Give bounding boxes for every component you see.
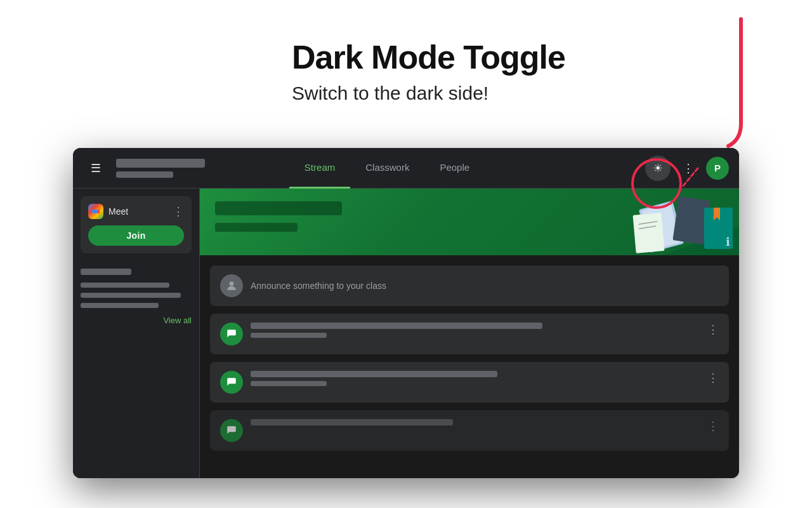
app-header: ☰ Stream Classwork People ☀ ⋮ [73, 148, 739, 189]
tab-classwork[interactable]: Classwork [350, 148, 424, 189]
sidebar: Meet ⋮ Join View all [73, 189, 200, 478]
post-more-icon-3[interactable]: ⋮ [707, 419, 719, 433]
menu-button[interactable]: ☰ [83, 156, 108, 181]
main-content: ℹ Announce something to your class [200, 189, 739, 478]
post-card-2: ⋮ [210, 362, 729, 403]
tab-stream[interactable]: Stream [289, 148, 350, 189]
banner-info-icon[interactable]: ℹ [726, 235, 730, 249]
post-subtitle-1 [251, 333, 327, 338]
app-window: ☰ Stream Classwork People ☀ ⋮ [73, 148, 739, 478]
annotation-title: Dark Mode Toggle [292, 38, 565, 76]
main-tabs: Stream Classwork People [289, 148, 485, 189]
post-title-3 [251, 419, 453, 425]
post-subtitle-2 [251, 381, 327, 386]
post-icon-3 [220, 419, 243, 442]
join-button[interactable]: Join [88, 225, 184, 246]
header-actions: ☀ ⋮ P [645, 156, 729, 181]
post-content-2 [251, 371, 700, 386]
more-vert-icon: ⋮ [683, 161, 694, 175]
view-all-link[interactable]: View all [81, 316, 192, 325]
user-avatar-small [220, 274, 243, 297]
post-more-icon-2[interactable]: ⋮ [707, 371, 719, 385]
sidebar-upcoming-section: View all [81, 264, 192, 330]
app-body: Meet ⋮ Join View all [73, 189, 739, 478]
announce-card[interactable]: Announce something to your class [210, 265, 729, 306]
svg-marker-3 [97, 209, 100, 214]
hamburger-icon: ☰ [91, 161, 101, 175]
meet-card: Meet ⋮ Join [81, 196, 192, 253]
annotation-subtitle: Switch to the dark side! [292, 83, 488, 104]
stream-area: Announce something to your class ⋮ [200, 255, 739, 461]
post-card-1: ⋮ [210, 314, 729, 354]
post-icon-2 [220, 371, 243, 394]
announce-placeholder: Announce something to your class [251, 281, 386, 291]
sidebar-items-list [81, 283, 192, 308]
course-title [116, 159, 205, 168]
post-title-1 [251, 323, 542, 329]
sidebar-item [81, 293, 181, 298]
post-content-1 [251, 323, 700, 338]
meet-icon [88, 204, 103, 219]
post-content-3 [251, 419, 700, 425]
post-title-2 [251, 371, 497, 377]
sidebar-item [81, 303, 159, 308]
banner-illustration [536, 189, 739, 255]
meet-title-row: Meet [88, 204, 128, 219]
sidebar-item [81, 283, 169, 288]
settings-button[interactable]: ⋮ [676, 156, 701, 181]
post-card-3: ⋮ [210, 410, 729, 451]
banner-class-title [215, 201, 342, 215]
post-more-icon-1[interactable]: ⋮ [707, 323, 719, 337]
meet-label: Meet [108, 206, 128, 217]
tab-people[interactable]: People [424, 148, 485, 189]
svg-point-13 [230, 281, 234, 286]
user-avatar[interactable]: P [706, 157, 729, 180]
sidebar-section-title [81, 269, 131, 275]
svg-rect-10 [632, 213, 664, 253]
meet-more-icon[interactable]: ⋮ [173, 204, 184, 218]
post-icon-1 [220, 323, 243, 345]
course-subtitle [116, 171, 173, 178]
class-banner: ℹ [200, 189, 739, 255]
svg-rect-2 [92, 210, 97, 213]
sun-icon: ☀ [653, 161, 663, 175]
meet-header: Meet ⋮ [88, 204, 184, 219]
theme-toggle-button[interactable]: ☀ [645, 156, 671, 181]
banner-class-subtitle [215, 223, 298, 232]
